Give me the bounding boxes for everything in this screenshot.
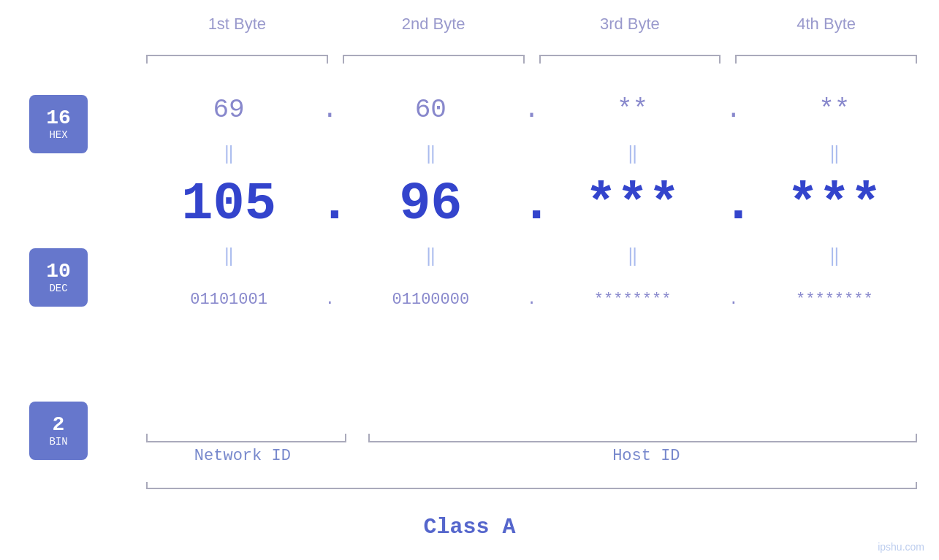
main-container: 1st Byte 2nd Byte 3rd Byte 4th Byte 16 H…	[0, 0, 939, 560]
dec-row: 105 . 96 . *** . ***	[139, 168, 924, 241]
bin-dot-2: .	[521, 291, 543, 309]
dec-cell-1: 105	[139, 174, 319, 234]
bin-cell-3: ********	[543, 291, 723, 309]
bracket-4	[735, 55, 917, 68]
bin-cell-2: 01100000	[341, 291, 520, 309]
badge-hex: 16 HEX	[29, 95, 88, 153]
eq-row-1: ‖ ‖ ‖ ‖	[139, 139, 924, 168]
class-bracket-container	[139, 482, 924, 492]
hex-dot-2: .	[521, 95, 543, 125]
hex-cell-3: **	[543, 95, 723, 125]
badges: 16 HEX 10 DEC 2 BIN	[29, 95, 88, 460]
bracket-1	[146, 55, 328, 68]
byte-header-4: 4th Byte	[728, 15, 924, 34]
byte-header-1: 1st Byte	[139, 15, 335, 34]
data-rows: 69 . 60 . ** . ** ‖ ‖ ‖ ‖ 105 . 96 . ***…	[139, 80, 924, 329]
dec-cell-4: ***	[745, 174, 924, 234]
host-bracket	[368, 431, 924, 442]
eq-row-2: ‖ ‖ ‖ ‖	[139, 241, 924, 270]
eq-cell-8: ‖	[745, 245, 924, 266]
hex-row: 69 . 60 . ** . **	[139, 80, 924, 139]
badge-bin-num: 2	[53, 414, 65, 437]
byte-header-2: 2nd Byte	[335, 15, 532, 34]
class-bracket-line	[146, 482, 917, 489]
hex-dot-3: .	[723, 95, 745, 125]
badge-dec-num: 10	[46, 261, 71, 283]
hex-cell-4: **	[745, 95, 924, 125]
eq-cell-6: ‖	[341, 245, 520, 266]
class-label: Class A	[0, 515, 939, 540]
bin-dot-1: .	[319, 291, 341, 309]
badge-hex-num: 16	[46, 107, 71, 130]
eq-cell-5: ‖	[139, 245, 319, 266]
bracket-2	[343, 55, 525, 68]
byte-headers: 1st Byte 2nd Byte 3rd Byte 4th Byte	[139, 15, 924, 34]
dec-cell-3: ***	[543, 174, 723, 234]
hex-cell-1: 69	[139, 95, 319, 125]
top-bracket-row	[139, 55, 924, 68]
dec-cell-2: 96	[341, 174, 520, 234]
badge-bin-label: BIN	[49, 436, 67, 448]
eq-cell-2: ‖	[341, 143, 520, 164]
hex-dot-1: .	[319, 95, 341, 125]
bin-cell-4: ********	[745, 291, 924, 309]
badge-dec-label: DEC	[49, 283, 67, 294]
dec-dot-2: .	[521, 174, 543, 234]
eq-cell-7: ‖	[543, 245, 723, 266]
badge-dec: 10 DEC	[29, 248, 88, 307]
dec-dot-3: .	[723, 174, 745, 234]
id-labels: Network ID Host ID	[139, 447, 924, 465]
bin-dot-3: .	[723, 291, 745, 309]
byte-header-3: 3rd Byte	[532, 15, 729, 34]
host-id-label: Host ID	[368, 447, 924, 465]
badge-hex-label: HEX	[49, 129, 67, 141]
bracket-3	[539, 55, 721, 68]
eq-cell-3: ‖	[543, 143, 723, 164]
network-id-label: Network ID	[139, 447, 346, 465]
network-bracket	[139, 431, 346, 442]
badge-bin: 2 BIN	[29, 402, 88, 460]
bin-row: 01101001 . 01100000 . ******** . *******…	[139, 270, 924, 329]
bottom-brackets	[139, 431, 924, 442]
dec-dot-1: .	[319, 174, 341, 234]
eq-cell-4: ‖	[745, 143, 924, 164]
bin-cell-1: 01101001	[139, 291, 319, 309]
watermark: ipshu.com	[878, 541, 924, 553]
eq-cell-1: ‖	[139, 143, 319, 164]
hex-cell-2: 60	[341, 95, 520, 125]
